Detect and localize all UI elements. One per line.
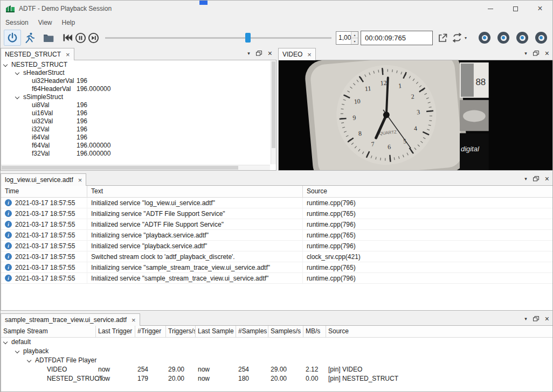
stream-row[interactable]: NESTED_STRUCT now 179 20.00 now 180 20.0… <box>1 374 553 383</box>
speed-spinbox[interactable]: 1,00x ▴ ▾ <box>336 31 358 45</box>
column-header-source[interactable]: Source <box>326 326 553 337</box>
tab-trace-view[interactable]: sample_stream_trace_view.ui_service.adtf… <box>1 313 140 326</box>
tree-row[interactable]: ui8Val196 <box>1 101 270 109</box>
scrollbar-thumb[interactable] <box>2 166 238 170</box>
dock-float-button[interactable] <box>533 316 539 321</box>
column-header-time[interactable]: Time <box>1 186 87 197</box>
tree-row[interactable]: i64Val196 <box>1 134 270 142</box>
expander-icon[interactable] <box>15 95 19 99</box>
column-header-source[interactable]: Source <box>303 186 553 197</box>
expander-icon[interactable] <box>15 71 19 75</box>
dock-menu-button[interactable]: ▾ <box>524 316 527 321</box>
expander-icon[interactable] <box>3 340 8 344</box>
recorder-button-2[interactable] <box>497 32 509 44</box>
float-icon <box>533 51 539 56</box>
dock-float-button[interactable] <box>256 51 262 56</box>
loop-dropdown-icon[interactable]: ▾ <box>465 36 467 40</box>
column-header-sample-stream[interactable]: Sample Stream <box>1 326 96 337</box>
dock-menu-button[interactable]: ▾ <box>247 51 250 56</box>
log-row[interactable]: i2021-03-17 18:57:55 Initialized service… <box>1 273 553 284</box>
tree-row[interactable]: NESTED_STRUCT <box>1 61 270 69</box>
maximize-button[interactable] <box>503 1 528 17</box>
log-row[interactable]: i2021-03-17 18:57:55 Initializing servic… <box>1 208 553 219</box>
dock-menu-button[interactable]: ▾ <box>524 176 527 181</box>
dock-close-button[interactable]: × <box>268 50 272 57</box>
expander-icon[interactable] <box>15 349 19 353</box>
column-header-last-sample[interactable]: Last Sample <box>196 326 236 337</box>
stream-row[interactable]: VIDEO now 254 29.00 now 254 29.00 2.12 [… <box>1 365 553 374</box>
trace-group-row[interactable]: default <box>1 338 553 347</box>
column-header-num-trigger[interactable]: #Trigger <box>135 326 166 337</box>
expander-icon[interactable] <box>27 358 31 362</box>
tree-row[interactable]: f64Val196.000000 <box>1 142 270 150</box>
column-header-num-samples[interactable]: #Samples <box>236 326 268 337</box>
clock-number: 6 <box>387 143 391 151</box>
vertical-scrollbar[interactable] <box>271 61 276 164</box>
log-row[interactable]: i2021-03-17 18:57:55 Switched stream clo… <box>1 251 553 262</box>
tab-video[interactable]: VIDEO × <box>278 48 316 60</box>
dock-float-button[interactable] <box>533 176 539 181</box>
dock-close-button[interactable]: × <box>545 175 549 183</box>
log-row[interactable]: i2021-03-17 18:57:55 Initializing servic… <box>1 230 553 241</box>
menu-help[interactable]: Help <box>57 17 80 28</box>
tree-item-label: ui32HeaderVal <box>32 77 74 85</box>
log-text-cell: Initializing service "ADTF File Support … <box>87 208 303 219</box>
tab-close-button[interactable]: × <box>132 317 136 324</box>
speed-down-button[interactable]: ▾ <box>351 38 358 44</box>
tree-row[interactable]: ui32Val196 <box>1 117 270 125</box>
trace-group-row[interactable]: playback <box>1 347 553 356</box>
run-button[interactable] <box>21 30 38 46</box>
power-button[interactable] <box>4 30 21 46</box>
time-display[interactable]: 00:00:09:765 <box>361 31 433 45</box>
playback-slider[interactable] <box>105 32 331 44</box>
close-button[interactable]: × <box>528 1 552 17</box>
open-session-button[interactable] <box>40 30 57 45</box>
dock-float-button[interactable] <box>533 51 539 56</box>
trace-group-row[interactable]: ADTFDAT File Player <box>1 356 553 365</box>
log-row[interactable]: i2021-03-17 18:57:55 Initialized service… <box>1 219 553 230</box>
tree-row[interactable]: sHeaderStruct <box>1 69 270 77</box>
recorder-button-3[interactable] <box>516 32 528 44</box>
recorder-button-1[interactable] <box>479 32 490 44</box>
column-header-triggers-per-s[interactable]: Triggers/s <box>166 326 196 337</box>
tab-close-button[interactable]: × <box>66 51 70 58</box>
tree-row[interactable]: sSimpleStruct <box>1 93 270 101</box>
pause-button[interactable] <box>74 31 87 45</box>
column-header-mb-per-s[interactable]: MB/s <box>303 326 326 337</box>
dock-menu-button[interactable]: ▾ <box>524 51 527 56</box>
tree-row[interactable]: ui32HeaderVal196 <box>1 77 270 85</box>
minimize-button[interactable] <box>478 1 503 17</box>
tab-close-button[interactable]: × <box>307 51 312 58</box>
log-row[interactable]: i2021-03-17 18:57:55 Initialized service… <box>1 198 553 208</box>
expander-icon[interactable] <box>3 62 8 67</box>
tab-log-view[interactable]: log_view.ui_service.adtf × <box>1 173 86 186</box>
loop-button[interactable]: ▾ <box>451 33 467 43</box>
horizontal-splitter[interactable] <box>1 171 553 172</box>
tree-row[interactable]: f32Val196.000000 <box>1 150 270 158</box>
speed-up-button[interactable]: ▴ <box>351 32 358 38</box>
dock-close-button[interactable]: × <box>545 50 549 57</box>
tab-close-button[interactable]: × <box>78 177 82 184</box>
scrollbar-thumb[interactable] <box>272 61 275 148</box>
log-row[interactable]: i2021-03-17 18:57:55 Initialized service… <box>1 241 553 251</box>
column-header-last-trigger[interactable]: Last Trigger <box>96 326 135 337</box>
recorder-button-4[interactable] <box>535 32 547 44</box>
horizontal-scrollbar[interactable] <box>1 165 270 170</box>
menu-session[interactable]: Session <box>1 17 33 28</box>
power-icon <box>6 32 18 44</box>
vertical-splitter[interactable] <box>276 47 278 171</box>
menu-view[interactable]: View <box>33 17 57 28</box>
horizontal-splitter[interactable] <box>1 311 553 312</box>
skip-to-start-button[interactable] <box>61 31 74 45</box>
tree-row[interactable]: i32Val196 <box>1 125 270 134</box>
tree-row[interactable]: f64HeaderVal196.000000 <box>1 85 270 93</box>
slider-handle[interactable] <box>245 33 251 43</box>
export-button[interactable] <box>436 31 450 45</box>
tree-row[interactable]: ui16Val196 <box>1 109 270 117</box>
log-row[interactable]: i2021-03-17 18:57:55 Initializing servic… <box>1 262 553 273</box>
dock-close-button[interactable]: × <box>545 315 549 323</box>
column-header-text[interactable]: Text <box>87 186 303 197</box>
step-forward-button[interactable] <box>87 31 100 45</box>
tab-nested-struct[interactable]: NESTED_STRUCT × <box>1 48 74 60</box>
column-header-samples-per-s[interactable]: Samples/s <box>268 326 303 337</box>
